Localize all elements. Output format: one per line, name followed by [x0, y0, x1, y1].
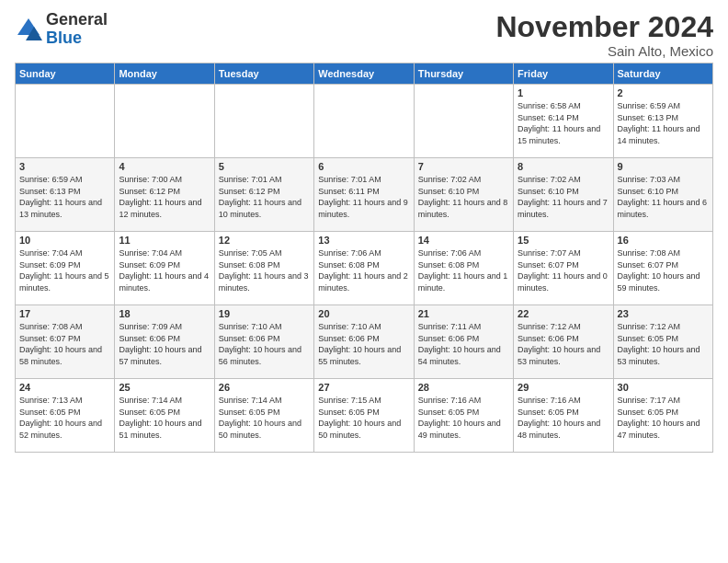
table-row: 16Sunrise: 7:08 AMSunset: 6:07 PMDayligh… — [613, 232, 712, 305]
day-number: 17 — [19, 308, 110, 319]
cell-text: Sunset: 6:07 PM — [518, 259, 609, 271]
table-row: 1Sunrise: 6:58 AMSunset: 6:14 PMDaylight… — [514, 85, 613, 158]
day-number: 15 — [518, 235, 609, 246]
cell-text: Sunrise: 7:02 AM — [518, 174, 609, 186]
cell-text: Sunrise: 7:10 AM — [219, 321, 310, 333]
table-row: 2Sunrise: 6:59 AMSunset: 6:13 PMDaylight… — [613, 85, 712, 158]
table-row: 13Sunrise: 7:06 AMSunset: 6:08 PMDayligh… — [314, 232, 414, 305]
cell-text: Sunrise: 7:14 AM — [119, 395, 210, 407]
table-row: 5Sunrise: 7:01 AMSunset: 6:12 PMDaylight… — [214, 158, 313, 232]
cell-text: Daylight: 10 hours and 56 minutes. — [219, 344, 310, 367]
cell-text: Sunset: 6:09 PM — [119, 259, 210, 271]
cell-text: Daylight: 11 hours and 1 minute. — [418, 270, 509, 293]
logo-icon — [15, 16, 42, 43]
cell-text: Sunset: 6:11 PM — [318, 186, 409, 198]
cell-text: Sunrise: 7:04 AM — [19, 247, 110, 259]
table-row: 23Sunrise: 7:12 AMSunset: 6:05 PMDayligh… — [613, 305, 712, 379]
table-row — [115, 85, 214, 158]
col-tuesday: Tuesday — [214, 63, 313, 85]
cell-text: Daylight: 11 hours and 8 minutes. — [418, 197, 509, 220]
cell-text: Daylight: 10 hours and 47 minutes. — [618, 418, 709, 441]
cell-text: Sunrise: 6:59 AM — [19, 174, 110, 186]
table-row: 4Sunrise: 7:00 AMSunset: 6:12 PMDaylight… — [115, 158, 214, 232]
cell-text: Sunset: 6:06 PM — [418, 333, 509, 345]
cell-text: Daylight: 10 hours and 51 minutes. — [119, 418, 210, 441]
cell-text: Daylight: 10 hours and 48 minutes. — [518, 418, 609, 441]
calendar-table: Sunday Monday Tuesday Wednesday Thursday… — [15, 63, 713, 453]
table-row — [314, 85, 414, 158]
cell-text: Sunrise: 6:58 AM — [518, 100, 609, 112]
day-number: 6 — [318, 161, 409, 172]
col-friday: Friday — [514, 63, 613, 85]
cell-text: Sunrise: 7:08 AM — [19, 321, 110, 333]
cell-text: Daylight: 10 hours and 52 minutes. — [19, 418, 110, 441]
day-number: 7 — [418, 161, 509, 172]
table-row: 27Sunrise: 7:15 AMSunset: 6:05 PMDayligh… — [314, 379, 414, 453]
day-number: 24 — [19, 382, 110, 393]
cell-text: Sunrise: 7:05 AM — [219, 247, 310, 259]
col-wednesday: Wednesday — [314, 63, 414, 85]
cell-text: Daylight: 10 hours and 50 minutes. — [318, 418, 409, 441]
col-monday: Monday — [115, 63, 214, 85]
day-number: 9 — [618, 161, 709, 172]
cell-text: Sunset: 6:06 PM — [318, 333, 409, 345]
table-row — [16, 85, 115, 158]
cell-text: Sunset: 6:05 PM — [318, 407, 409, 419]
cell-text: Sunrise: 7:09 AM — [119, 321, 210, 333]
cell-text: Sunrise: 7:04 AM — [119, 247, 210, 259]
day-number: 10 — [19, 235, 110, 246]
cell-text: Daylight: 11 hours and 15 minutes. — [518, 123, 609, 146]
table-row: 26Sunrise: 7:14 AMSunset: 6:05 PMDayligh… — [214, 379, 313, 453]
header: General Blue November 2024 Sain Alto, Me… — [15, 11, 713, 59]
day-number: 8 — [518, 161, 609, 172]
table-row: 29Sunrise: 7:16 AMSunset: 6:05 PMDayligh… — [514, 379, 613, 453]
day-number: 12 — [219, 235, 310, 246]
cell-text: Sunrise: 7:11 AM — [418, 321, 509, 333]
day-number: 23 — [618, 308, 709, 319]
cell-text: Sunrise: 7:17 AM — [618, 395, 709, 407]
day-number: 22 — [518, 308, 609, 319]
table-row: 7Sunrise: 7:02 AMSunset: 6:10 PMDaylight… — [414, 158, 513, 232]
cell-text: Daylight: 11 hours and 2 minutes. — [318, 270, 409, 293]
day-number: 1 — [518, 87, 609, 98]
day-number: 14 — [418, 235, 509, 246]
day-number: 20 — [318, 308, 409, 319]
table-row: 30Sunrise: 7:17 AMSunset: 6:05 PMDayligh… — [613, 379, 712, 453]
cell-text: Sunset: 6:13 PM — [19, 186, 110, 198]
calendar-week-row: 1Sunrise: 6:58 AMSunset: 6:14 PMDaylight… — [16, 85, 713, 158]
day-number: 19 — [219, 308, 310, 319]
cell-text: Sunset: 6:07 PM — [19, 333, 110, 345]
table-row: 28Sunrise: 7:16 AMSunset: 6:05 PMDayligh… — [414, 379, 513, 453]
cell-text: Sunset: 6:05 PM — [119, 407, 210, 419]
cell-text: Sunset: 6:06 PM — [219, 333, 310, 345]
cell-text: Sunrise: 7:15 AM — [318, 395, 409, 407]
day-number: 27 — [318, 382, 409, 393]
cell-text: Sunrise: 7:12 AM — [518, 321, 609, 333]
calendar-week-row: 17Sunrise: 7:08 AMSunset: 6:07 PMDayligh… — [16, 305, 713, 379]
logo: General Blue — [15, 11, 108, 48]
cell-text: Daylight: 10 hours and 59 minutes. — [618, 270, 709, 293]
cell-text: Daylight: 10 hours and 54 minutes. — [418, 344, 509, 367]
cell-text: Sunrise: 7:12 AM — [618, 321, 709, 333]
cell-text: Sunset: 6:05 PM — [518, 407, 609, 419]
cell-text: Daylight: 11 hours and 7 minutes. — [518, 197, 609, 220]
cell-text: Daylight: 11 hours and 12 minutes. — [119, 197, 210, 220]
cell-text: Sunrise: 6:59 AM — [618, 100, 709, 112]
day-number: 18 — [119, 308, 210, 319]
cell-text: Daylight: 11 hours and 3 minutes. — [219, 270, 310, 293]
cell-text: Sunset: 6:08 PM — [318, 259, 409, 271]
cell-text: Sunset: 6:08 PM — [418, 259, 509, 271]
cell-text: Sunrise: 7:06 AM — [318, 247, 409, 259]
table-row: 25Sunrise: 7:14 AMSunset: 6:05 PMDayligh… — [115, 379, 214, 453]
cell-text: Sunrise: 7:01 AM — [219, 174, 310, 186]
table-row: 18Sunrise: 7:09 AMSunset: 6:06 PMDayligh… — [115, 305, 214, 379]
cell-text: Daylight: 10 hours and 53 minutes. — [618, 344, 709, 367]
table-row: 21Sunrise: 7:11 AMSunset: 6:06 PMDayligh… — [414, 305, 513, 379]
page-container: General Blue November 2024 Sain Alto, Me… — [0, 0, 728, 460]
cell-text: Daylight: 10 hours and 50 minutes. — [219, 418, 310, 441]
cell-text: Daylight: 10 hours and 55 minutes. — [318, 344, 409, 367]
table-row: 9Sunrise: 7:03 AMSunset: 6:10 PMDaylight… — [613, 158, 712, 232]
cell-text: Sunrise: 7:10 AM — [318, 321, 409, 333]
cell-text: Daylight: 11 hours and 13 minutes. — [19, 197, 110, 220]
cell-text: Sunset: 6:13 PM — [618, 112, 709, 124]
